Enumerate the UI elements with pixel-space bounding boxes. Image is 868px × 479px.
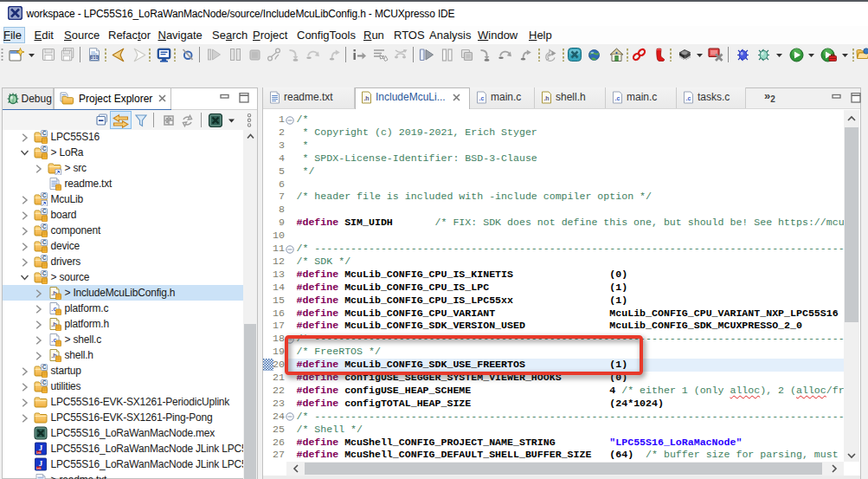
svg-text:.h: .h: [363, 95, 369, 101]
svg-text:C: C: [42, 239, 47, 245]
svg-text:C: C: [42, 364, 47, 370]
svg-text:C: C: [42, 146, 47, 152]
svg-text:C: C: [42, 223, 47, 230]
svg-text:Lnk: Lnk: [36, 451, 42, 455]
svg-text:C: C: [42, 379, 47, 385]
svg-text:C: C: [42, 270, 47, 276]
svg-text:010: 010: [91, 55, 99, 60]
svg-text:.c: .c: [479, 95, 485, 101]
svg-text:C: C: [42, 130, 47, 136]
svg-text:C: C: [42, 208, 47, 214]
svg-text:Lnk: Lnk: [36, 467, 42, 470]
svg-text:.c: .c: [686, 95, 691, 101]
svg-text:C: C: [42, 192, 47, 198]
svg-text:.h: .h: [543, 95, 549, 101]
svg-text:.c: .c: [615, 95, 620, 101]
svg-text:C: C: [42, 255, 47, 261]
